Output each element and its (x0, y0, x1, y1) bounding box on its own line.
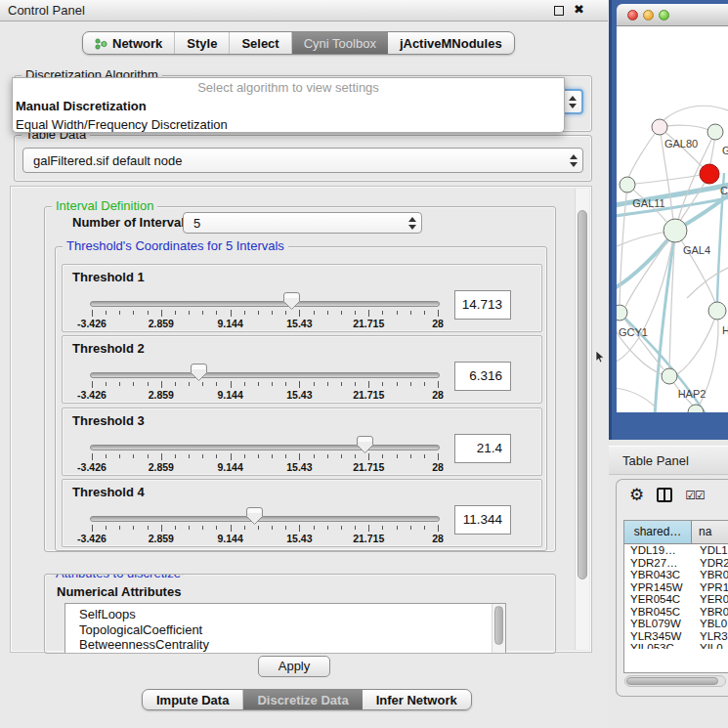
network-node[interactable] (662, 368, 677, 384)
slider-tick-label: 2.859 (136, 318, 187, 329)
cell-shared-name: YLR345W (624, 630, 692, 643)
table-row[interactable]: YLR345WYLR3 (624, 630, 728, 643)
network-edge[interactable] (628, 127, 660, 178)
threshold-value-field[interactable]: 11.344 (454, 505, 511, 535)
minimize-traffic-light[interactable] (643, 10, 654, 21)
network-edge[interactable] (655, 231, 675, 412)
tab-impute-data[interactable]: Impute Data (143, 690, 243, 709)
combobox-value: 5 (184, 216, 404, 231)
cell-shared-name: YDR27… (624, 557, 692, 570)
close-traffic-light[interactable] (627, 10, 638, 21)
panel-scrollbar[interactable] (575, 189, 589, 650)
network-node[interactable] (620, 177, 635, 193)
tab-network[interactable]: Network (83, 32, 175, 54)
network-edge[interactable] (663, 106, 728, 121)
number-of-intervals-label: Number of Intervals (72, 215, 192, 230)
dropdown-placeholder-item[interactable]: Select algorithm to view settings (13, 78, 564, 97)
table-horizontal-scrollbar[interactable] (624, 675, 726, 687)
dropdown-option-equal-width-frequency[interactable]: Equal Width/Frequency Discretization (13, 115, 564, 134)
columns-icon[interactable] (657, 488, 672, 502)
combobox-stepper[interactable] (565, 154, 582, 167)
table-row[interactable]: YER054CYER0 (624, 593, 728, 606)
network-node[interactable] (707, 124, 723, 140)
network-node[interactable] (652, 119, 667, 135)
table-rows: YDL19…YDL1YDR27…YDR2YBR043CYBR0YPR145WYP… (624, 544, 728, 649)
tab-jactivemnodules[interactable]: jActiveMNodules (388, 32, 514, 54)
slider-thumb[interactable] (357, 436, 373, 453)
threshold-value-field[interactable]: 14.713 (454, 290, 511, 320)
node-label: GCY1 (619, 326, 648, 338)
slider-tick-label: 21.715 (343, 533, 394, 544)
table-row[interactable]: YBR043CYBR0 (624, 569, 728, 581)
table-row[interactable]: YDR27…YDR2 (624, 557, 728, 570)
threshold-panel: Threshold 4-3.4262.8599.14415.4321.71528… (62, 479, 542, 547)
close-icon[interactable]: ✖ (574, 2, 584, 17)
table-panel-header: Table Panel (609, 446, 728, 475)
slider-tick-label: 21.715 (343, 461, 394, 473)
tab-cyni-toolbox[interactable]: Cyni Toolbox (292, 32, 388, 54)
slider-thumb[interactable] (246, 507, 263, 525)
combobox-stepper[interactable] (404, 217, 421, 230)
gear-icon[interactable]: ⚙ (629, 487, 644, 503)
slider-tick-label: 9.144 (205, 533, 256, 544)
table-row[interactable]: YBL079WYBL0 (624, 618, 728, 630)
slider-tick-label: 21.715 (343, 318, 394, 329)
tab-style[interactable]: Style (175, 32, 230, 54)
group-legend: Threshold's Coordinates for 5 Intervals (63, 238, 288, 253)
network-node[interactable] (617, 305, 627, 321)
bottom-tabbar: Impute Data Discretize Data Infer Networ… (142, 689, 472, 710)
network-node[interactable] (664, 219, 687, 242)
list-item[interactable]: TopologicalCoefficient (65, 622, 505, 638)
network-node[interactable] (700, 164, 719, 184)
scrollbar-thumb[interactable] (578, 210, 587, 579)
network-edge[interactable] (675, 231, 715, 303)
list-item[interactable]: BetweennessCentrality (65, 637, 505, 653)
cell-name: YIL0 (692, 642, 728, 649)
tab-discretize-data[interactable]: Discretize Data (243, 690, 362, 709)
threshold-value-field[interactable]: 21.4 (454, 434, 511, 463)
apply-button[interactable]: Apply (258, 656, 330, 677)
column-header-shared-name[interactable]: shared… (624, 521, 692, 543)
list-item[interactable]: SelfLoops (65, 607, 505, 622)
tab-infer-network[interactable]: Infer Network (363, 690, 471, 709)
group-legend: Interval Definition (52, 198, 157, 213)
number-of-intervals-combobox[interactable]: 5 (183, 212, 422, 234)
zoom-traffic-light[interactable] (659, 10, 669, 21)
table-data-combobox[interactable]: galFiltered.sif default node (22, 148, 583, 173)
settings-scroll-panel: Interval Definition Number of Intervals … (10, 186, 592, 653)
slider-thumb[interactable] (283, 292, 300, 310)
network-edge[interactable] (687, 268, 728, 298)
column-header-name[interactable]: na (692, 521, 728, 543)
table-row[interactable]: YDL19…YDL1 (624, 544, 728, 557)
scrollbar-thumb[interactable] (626, 677, 718, 685)
dropdown-option-manual-discretization[interactable]: Manual Discretization (13, 97, 564, 115)
network-edge[interactable] (617, 231, 675, 288)
scrollbar-thumb[interactable] (494, 606, 503, 645)
node-label: C (720, 185, 728, 196)
network-canvas[interactable]: GAL80GACGAL11GAL4GCY1HHAP2 (617, 26, 728, 412)
cell-shared-name: YIL053C (624, 642, 692, 649)
table-row[interactable]: YBR045CYBR0 (624, 606, 728, 619)
network-node[interactable] (708, 302, 726, 320)
network-edge[interactable] (677, 311, 717, 374)
network-edge[interactable] (617, 388, 656, 407)
cell-name: YBR0 (692, 569, 728, 581)
slider-tick-label: -3.426 (66, 461, 117, 473)
tab-label: Cyni Toolbox (304, 36, 376, 51)
list-scrollbar[interactable] (492, 604, 505, 653)
control-panel-titlebar: Control Panel ✖ (0, 0, 608, 21)
node-label: GAL80 (664, 138, 698, 150)
combobox-stepper[interactable] (564, 96, 581, 108)
mouse-cursor (595, 351, 605, 364)
threshold-value-field[interactable]: 6.316 (454, 362, 511, 391)
network-window-titlebar[interactable] (617, 4, 728, 26)
slider-tick-label: 2.859 (136, 461, 187, 473)
numerical-attributes-list[interactable]: SelfLoopsTopologicalCoefficientBetweenne… (64, 603, 506, 654)
tab-select[interactable]: Select (230, 32, 291, 54)
table-row[interactable]: YIL053CYIL0 (624, 642, 728, 649)
select-columns-checkboxes-icon[interactable]: ☑☑ (685, 489, 705, 502)
float-window-icon[interactable] (554, 6, 564, 16)
table-row[interactable]: YPR145WYPR1 (624, 581, 728, 594)
slider-thumb[interactable] (191, 364, 207, 381)
network-edge[interactable] (627, 175, 701, 185)
